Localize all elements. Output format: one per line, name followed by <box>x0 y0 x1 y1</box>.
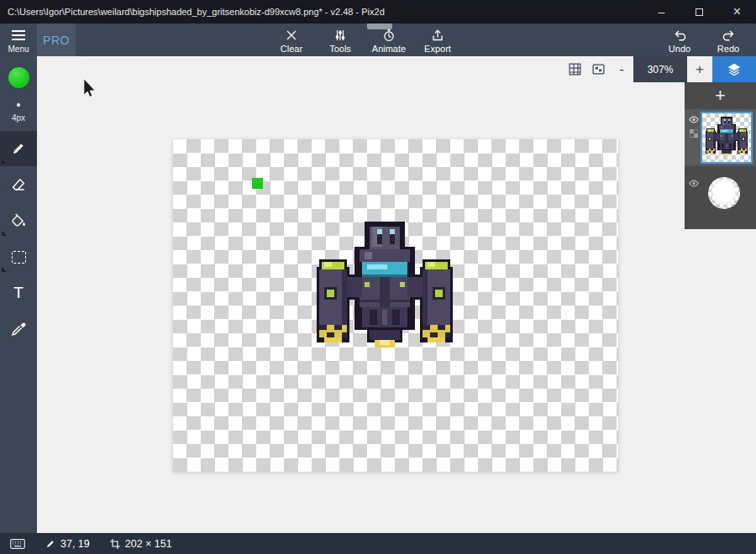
add-layer-button[interactable]: + <box>685 82 756 109</box>
tools-button[interactable]: Tools <box>316 24 365 56</box>
spaceship-sprite <box>314 222 455 358</box>
tools-label: Tools <box>329 44 351 54</box>
grid-toggle-button[interactable] <box>563 56 586 82</box>
maximize-icon <box>696 8 703 16</box>
view-controls: - 307% + <box>563 56 756 82</box>
cursor-position-indicator: 37, 19 <box>45 538 90 550</box>
brush-size-control[interactable]: 4px <box>12 103 25 123</box>
brush-size-label: 4px <box>12 113 25 123</box>
pencil-icon <box>11 141 26 156</box>
menu-label: Menu <box>8 44 29 54</box>
layer-visibility-icon[interactable] <box>689 180 699 187</box>
undo-button[interactable]: Undo <box>655 24 704 56</box>
painted-pixel <box>252 178 263 189</box>
maximize-button[interactable] <box>680 0 718 24</box>
export-button[interactable]: Export <box>413 24 462 56</box>
layer-icons <box>687 175 701 187</box>
tool-sidebar: Menu 4px T <box>0 24 37 533</box>
menu-button[interactable]: Menu <box>8 27 29 54</box>
text-tool-icon: T <box>13 284 24 302</box>
add-layer-icon: + <box>715 85 726 107</box>
document-size-indicator: 202 × 151 <box>110 538 172 550</box>
redo-icon <box>722 29 736 42</box>
drawing-canvas[interactable] <box>173 139 618 472</box>
clear-button[interactable]: Clear <box>267 24 316 56</box>
zoom-level[interactable]: 307% <box>633 56 687 82</box>
layer-thumbnail-sprite <box>705 117 748 159</box>
window-title: C:\Users\Igor\Pictures\weilard\bigshipsh… <box>0 7 643 17</box>
layers-icon <box>727 62 742 77</box>
alpha-lock-icon[interactable] <box>690 129 698 138</box>
flyout-indicator-icon <box>2 267 7 272</box>
minimize-icon: – <box>659 5 665 18</box>
animate-label: Animate <box>372 44 406 54</box>
clear-label: Clear <box>281 44 302 54</box>
crop-size-icon <box>110 539 120 549</box>
redo-label: Redo <box>717 44 739 54</box>
pro-label: PRO <box>43 34 70 47</box>
clear-x-icon <box>285 29 298 42</box>
flyout-indicator-icon <box>2 231 7 236</box>
layer-visibility-icon[interactable] <box>689 116 699 123</box>
export-share-icon <box>431 29 444 42</box>
background-toggle-icon <box>591 62 606 76</box>
plus-icon: + <box>696 62 704 76</box>
select-tool[interactable] <box>0 239 37 274</box>
undo-label: Undo <box>669 44 690 54</box>
close-button[interactable]: × <box>718 0 756 24</box>
flyout-indicator-icon <box>2 159 7 164</box>
layer-item[interactable] <box>685 173 756 212</box>
layer-icons <box>687 112 701 138</box>
pro-badge[interactable]: PRO <box>37 24 76 56</box>
toolbar-actions: Clear Tools Animate Export <box>267 24 462 56</box>
zoom-out-button[interactable]: - <box>610 56 633 82</box>
layers-panel-button[interactable] <box>712 56 756 82</box>
window-controls: – × <box>643 0 756 24</box>
undo-icon <box>673 29 687 42</box>
keyboard-icon <box>10 539 25 549</box>
export-label: Export <box>424 44 451 54</box>
eyedropper-tool[interactable] <box>0 311 37 347</box>
layer-thumbnail[interactable] <box>701 112 753 164</box>
marquee-icon <box>12 251 26 264</box>
zoom-value: 307% <box>648 64 674 76</box>
pencil-tool[interactable] <box>0 131 37 166</box>
layers-panel: + <box>685 82 756 229</box>
primary-color-swatch[interactable] <box>8 67 29 88</box>
background-toggle-button[interactable] <box>586 56 610 82</box>
eraser-tool[interactable] <box>0 167 37 202</box>
redo-button[interactable]: Redo <box>704 24 753 56</box>
status-bar: 37, 19 202 × 151 <box>0 533 756 554</box>
minimize-button[interactable]: – <box>643 0 680 24</box>
pencil-status-icon <box>45 539 55 549</box>
document-size-value: 202 × 151 <box>125 538 172 550</box>
close-icon: × <box>733 4 741 19</box>
fill-tool[interactable] <box>0 203 37 238</box>
text-tool[interactable]: T <box>0 275 37 311</box>
animate-clock-icon <box>382 29 396 42</box>
eraser-icon <box>11 177 26 192</box>
zoom-in-button[interactable]: + <box>687 56 712 82</box>
animate-button[interactable]: Animate <box>365 24 413 56</box>
brush-dot-icon <box>17 103 20 107</box>
layer-thumbnail-circle[interactable] <box>708 177 740 209</box>
paint-bucket-icon <box>11 213 26 228</box>
minus-icon: - <box>619 62 624 76</box>
hamburger-icon <box>12 27 25 40</box>
cursor-position-value: 37, 19 <box>60 538 90 550</box>
top-toolbar: PRO Clear Tools Animate <box>0 24 756 56</box>
tools-sliders-icon <box>333 29 347 42</box>
titlebar: C:\Users\Igor\Pictures\weilard\bigshipsh… <box>0 0 756 24</box>
grid-icon <box>568 62 582 76</box>
keyboard-toggle-button[interactable] <box>10 539 25 549</box>
pix2d-window: C:\Users\Igor\Pictures\weilard\bigshipsh… <box>0 0 756 554</box>
history-actions: Undo Redo <box>655 24 753 56</box>
eyedropper-icon <box>11 321 26 337</box>
layer-item-selected[interactable] <box>685 109 756 166</box>
mouse-cursor <box>82 78 97 98</box>
